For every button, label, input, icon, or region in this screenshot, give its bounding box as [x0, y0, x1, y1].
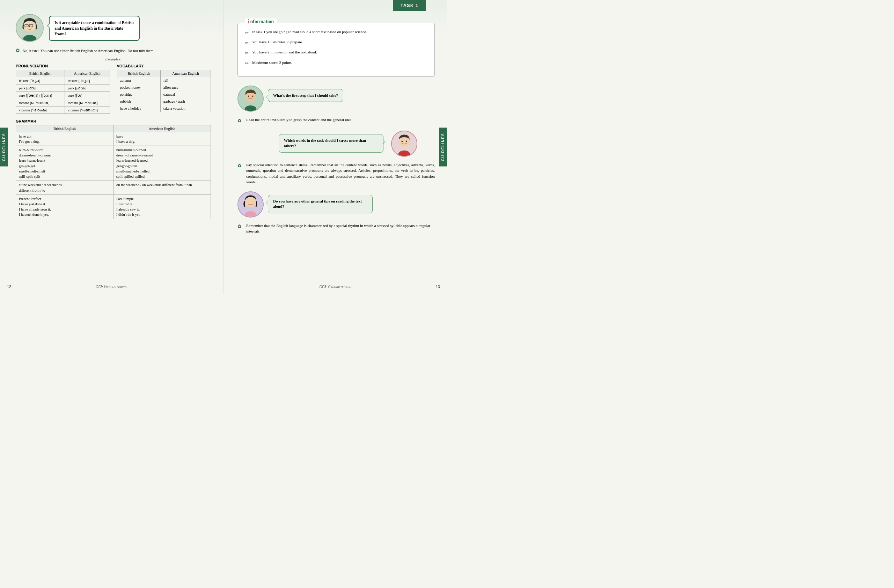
qa1-answer: Read the entire text silently to grasp t…	[246, 117, 352, 123]
footer-left: ОГЭ Устная часть	[96, 285, 127, 289]
pronunciation-title: PRONUNCIATION	[16, 64, 110, 68]
svg-rect-4	[29, 24, 33, 27]
vocabulary-section: VOCABULARY British English American Engl…	[117, 64, 211, 114]
info-item: ✏In task 1 you are going to read aloud a…	[245, 29, 427, 36]
gram-col1: British English	[16, 125, 113, 132]
right-page: GUIDELINES TASK 1 i nformation ✏In task …	[224, 0, 447, 294]
pencil-icon: ✏	[245, 60, 249, 67]
table-row: park [pɑːk]park [pɑːrk]	[16, 84, 110, 92]
info-i-letter: i	[248, 18, 249, 25]
right-side-tab: GUIDELINES	[439, 127, 447, 166]
footer-right: ОГЭ Устная часть	[320, 285, 351, 289]
vocab-col1: British English	[117, 70, 160, 77]
left-page: GUIDELINES	[0, 0, 224, 294]
grammar-title: GRAMMAR	[16, 119, 211, 123]
vocab-col2: American English	[160, 70, 211, 77]
info-title: nformation	[250, 19, 274, 24]
left-side-tab: GUIDELINES	[0, 127, 8, 166]
table-row: porridgeoatmeal	[117, 91, 211, 98]
vocabulary-title: VOCABULARY	[117, 64, 211, 68]
clover-icon-1: ✿	[16, 48, 20, 53]
qa2-answer: Pay special attention to sentence stress…	[246, 162, 435, 185]
qa3-question-bubble: Do you have any other general tips on re…	[268, 195, 373, 213]
qa-section-3: Do you have any other general tips on re…	[237, 191, 435, 217]
table-row: pocket moneyallowance	[117, 84, 211, 91]
avatar-boy-red	[391, 131, 417, 157]
table-row: autumnfall	[117, 77, 211, 84]
svg-point-15	[406, 140, 407, 142]
clover-icon-2: ✿	[237, 117, 242, 124]
gram-col2: American English	[113, 125, 211, 132]
page-number-right: 13	[436, 285, 440, 289]
table-row: have got I've got a dog.have I have a do…	[16, 132, 211, 146]
info-header: i nformation	[245, 18, 276, 25]
pencil-icon: ✏	[245, 50, 249, 56]
svg-rect-3	[25, 24, 28, 27]
left-header-area: Is it acceptable to use a combination of…	[16, 14, 211, 42]
qa2-question-bubble: Which words in the task should I stress …	[279, 134, 384, 152]
qa2-answer-block: ✿ Pay special attention to sentence stre…	[237, 162, 435, 185]
table-row: leisure [ˈleʒə]leisure [ˈliːʒə]	[16, 77, 110, 84]
answer-line: ✿ No, it isn't. You can use either Briti…	[16, 47, 211, 54]
table-row: tomato [təˈmɑːtəʊ]tomato [təˈmeɪtəʊ]	[16, 99, 110, 106]
svg-point-14	[401, 140, 403, 142]
table-row: vitamin [ˈvɪtəmɪn]vitamin [ˈvaɪtəmɪn]	[16, 106, 110, 113]
table-row: at the weekend / at weekends different f…	[16, 181, 211, 194]
table-row: rubbishgarbage / trash	[117, 98, 211, 105]
avatar-girl-dark	[237, 191, 264, 217]
grammar-section: GRAMMAR British English American English…	[16, 119, 211, 219]
qa1-question-bubble: What's the first step that I should take…	[268, 89, 343, 102]
tables-row: PRONUNCIATION British English American E…	[16, 64, 211, 114]
table-row: sure [ʃʊə(r)] / [ʃɔː(r)]sure [ʃʊr]	[16, 92, 110, 99]
clover-icon-4: ✿	[237, 223, 242, 230]
question-bubble: Is it acceptable to use a combination of…	[49, 16, 140, 41]
avatar-boy-green	[237, 86, 264, 112]
pronunciation-table: British English American English leisure…	[16, 70, 110, 114]
grammar-table: British English American English have go…	[16, 125, 211, 219]
pron-col2: American English	[65, 70, 110, 77]
qa3-answer: Remember that the English language is ch…	[246, 223, 435, 234]
qa1-answer-block: ✿ Read the entire text silently to grasp…	[237, 117, 435, 124]
table-row: Present Perfect I have just done it. I h…	[16, 194, 211, 219]
clover-icon-3: ✿	[237, 162, 242, 169]
info-item: ✏You have 1.5 minutes to prepare.	[245, 39, 427, 46]
info-item: ✏Maximum score: 2 points.	[245, 60, 427, 67]
pencil-icon: ✏	[245, 40, 249, 46]
qa-section-2: Which words in the task should I stress …	[237, 131, 417, 157]
table-row: have a holidaytake a vacation	[117, 105, 211, 112]
avatar-girl-glasses	[16, 14, 44, 42]
page-number-left: 12	[7, 285, 11, 289]
pron-col1: British English	[16, 70, 65, 77]
pencil-icon: ✏	[245, 30, 249, 36]
svg-point-10	[252, 95, 254, 97]
qa3-answer-block: ✿ Remember that the English language is …	[237, 223, 435, 234]
svg-point-9	[248, 95, 249, 97]
task-header: TASK 1	[393, 0, 426, 11]
info-item: ✏You have 2 minutes to read the text alo…	[245, 50, 427, 56]
vocabulary-table: British English American English autumnf…	[117, 70, 211, 112]
pronunciation-section: PRONUNCIATION British English American E…	[16, 64, 110, 114]
info-box: i nformation ✏In task 1 you are going to…	[237, 23, 435, 77]
examples-label: Examples:	[16, 57, 211, 61]
table-row: burn-burnt-burnt dream-dreamt-dreamt lea…	[16, 146, 211, 181]
qa-section-1: What's the first step that I should take…	[237, 86, 435, 112]
info-items: ✏In task 1 you are going to read aloud a…	[245, 29, 427, 67]
